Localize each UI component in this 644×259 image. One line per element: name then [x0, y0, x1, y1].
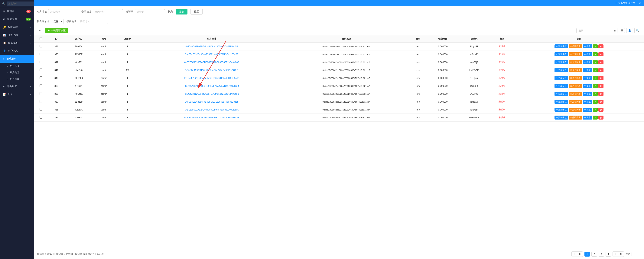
sidebar-item-reports[interactable]: 📋 数据报表 ‹ — [0, 39, 34, 47]
counterparty-link[interactable]: 0x47FaE332Dc98485C8322f48968731Fb6421654… — [185, 53, 238, 56]
row-checkbox[interactable] — [40, 76, 42, 79]
update-balance-btn[interactable]: ✏ 更新余额 — [554, 108, 568, 112]
withdraw-btn[interactable]: ✏ 提取 — [583, 44, 592, 48]
update-balance-btn[interactable]: ✏ 更新余额 — [554, 60, 568, 64]
delete-btn[interactable]: 🗑 — [598, 60, 604, 64]
sidebar-item-general[interactable]: ⚙ 常规管理 new — [0, 15, 34, 23]
sidebar-item-platform[interactable]: ⚙ 平台设置 ‹ — [0, 82, 34, 90]
counterparty-link[interactable]: 0x0195A384B0FB624C0437FA0Aa755160E40a7B0… — [184, 85, 239, 87]
search-button[interactable]: 🔍 — [634, 28, 641, 33]
user-settings-button[interactable]: 👤 — [626, 28, 633, 33]
cell-checkbox[interactable] — [34, 66, 48, 74]
cell-checkbox[interactable] — [34, 98, 48, 106]
cell-counterparty[interactable]: 0xB7F5C1390674DD58d7f949bC035B65F2e3eAe2… — [140, 58, 284, 66]
status-badge[interactable]: 未授权 — [498, 53, 505, 55]
status-badge[interactable]: 未授权 — [498, 92, 505, 95]
status-badge[interactable]: 未授权 — [498, 45, 505, 48]
sync-btn[interactable]: □ 是否同步 — [569, 108, 582, 112]
counterparty-link[interactable]: 0x8Cb23812C3d9e7C69FDA3f4553b219a364A96a… — [185, 93, 239, 95]
cell-counterparty[interactable]: 0x6abD5e06A8bD06F02b624D8171D69d5929a0E8… — [140, 114, 284, 122]
page-4-button[interactable]: 4 — [606, 252, 611, 257]
contract-input[interactable] — [93, 9, 123, 14]
row-checkbox[interactable] — [40, 45, 42, 47]
sync-btn[interactable]: □ 是否同步 — [569, 52, 582, 56]
counterparty-link[interactable]: 0xB133F922AE2F1c6408602b94F31b03c929abE3… — [185, 108, 239, 111]
page-2-button[interactable]: 2 — [592, 252, 597, 257]
cell-counterparty[interactable]: 0xE543F167070274aD5BdF096e9cDdb462D4DE8a… — [140, 74, 284, 82]
sidebar-item-logs[interactable]: 📝 记录 ‹ — [0, 90, 34, 98]
status-badge[interactable]: 未授权 — [498, 77, 505, 79]
sync-btn[interactable]: □ 是否同步 — [569, 44, 582, 48]
flash-select[interactable]: 选择 — [51, 19, 64, 24]
sync-btn[interactable]: □ 是否同步 — [569, 116, 582, 120]
row-checkbox[interactable] — [40, 68, 42, 71]
prev-page-button[interactable]: 上一页 — [572, 252, 583, 257]
sidebar-item-withdraw[interactable]: ○ 用户提现 — [4, 69, 34, 76]
reset-button[interactable]: 重置 — [190, 9, 202, 15]
delete-btn[interactable]: 🗑 — [598, 76, 604, 80]
counterparty-link[interactable]: 0x018FEe16c8c4F7B63fF3EC132858d75dF3bB85… — [185, 100, 238, 103]
cell-status[interactable]: 未授权 — [490, 106, 514, 114]
update-balance-btn[interactable]: ✏ 更新余额 — [554, 68, 568, 72]
row-checkbox[interactable] — [40, 84, 42, 87]
cell-status[interactable]: 未授权 — [490, 66, 514, 74]
update-balance-btn[interactable]: ✏ 更新余额 — [554, 92, 568, 96]
withdraw-btn[interactable]: ✏ 提取 — [583, 108, 592, 112]
cell-counterparty[interactable]: 0xB133F922AE2F1c6408602b94F31b03c929abE3… — [140, 106, 284, 114]
withdraw-btn[interactable]: ✏ 提取 — [583, 76, 592, 80]
cell-counterparty[interactable]: 0x0195A384B0FB624C0437FA0Aa755160E40a7B0… — [140, 82, 284, 90]
delete-btn[interactable]: 🗑 — [598, 52, 604, 56]
cell-status[interactable]: 未授权 — [490, 58, 514, 66]
layout-button[interactable]: ☰ — [619, 28, 625, 33]
sync-btn[interactable]: □ 是否同步 — [569, 84, 582, 88]
update-balance-button[interactable]: ▶ 一键更新余额 — [45, 28, 68, 33]
cell-status[interactable]: 未授权 — [490, 82, 514, 90]
submit-button[interactable]: 提交 — [176, 9, 188, 14]
refresh-button[interactable]: ↻ — [37, 28, 43, 33]
invite-input[interactable] — [135, 9, 165, 14]
counterparty-input[interactable] — [48, 9, 78, 14]
delete-btn[interactable]: 🗑 — [598, 44, 604, 48]
page-3-button[interactable]: 3 — [598, 252, 604, 257]
withdraw-btn[interactable]: ✏ 提取 — [583, 60, 592, 64]
edit-btn[interactable]: ✎ — [593, 84, 598, 88]
delete-btn[interactable]: 🗑 — [598, 68, 604, 72]
next-page-button[interactable]: 下一页 — [612, 252, 624, 257]
update-balance-btn[interactable]: ✏ 更新余额 — [554, 84, 568, 88]
cell-checkbox[interactable] — [34, 82, 48, 90]
edit-btn[interactable]: ✎ — [593, 60, 598, 64]
cell-checkbox[interactable] — [34, 42, 48, 50]
cell-status[interactable]: 未授权 — [490, 74, 514, 82]
cell-counterparty[interactable]: 0x9b8Be1599f8196e2D6EfaC7e27De3e9EfCc24C… — [140, 66, 284, 74]
edit-btn[interactable]: ✎ — [593, 52, 598, 56]
delete-btn[interactable]: 🗑 — [598, 84, 604, 88]
sidebar-item-recharge[interactable]: ○ 用户充值 — [4, 63, 34, 69]
select-all-checkbox[interactable] — [40, 37, 42, 40]
auth-input[interactable] — [78, 19, 108, 24]
counterparty-link[interactable]: 0xE543F167070274aD5BdF096e9cDdb462D4DE8a… — [184, 77, 239, 79]
cell-status[interactable]: 未授权 — [490, 114, 514, 122]
cell-counterparty[interactable]: 0x018FEe16c8c4F7B63fF3EC132858d75dF3bB85… — [140, 98, 284, 106]
delete-btn[interactable]: 🗑 — [598, 100, 604, 104]
status-badge[interactable]: 未授权 — [498, 69, 505, 71]
sync-btn[interactable]: □ 是否同步 — [569, 92, 582, 96]
row-checkbox[interactable] — [40, 116, 42, 119]
cell-status[interactable]: 未授权 — [490, 98, 514, 106]
edit-btn[interactable]: ✎ — [593, 92, 598, 96]
edit-btn[interactable]: ✎ — [593, 116, 598, 120]
sidebar-item-business[interactable]: 📊 业务活动 ‹ — [0, 31, 34, 39]
status-badge[interactable]: 未授权 — [498, 108, 505, 111]
status-badge[interactable]: 未授权 — [498, 116, 505, 119]
cell-counterparty[interactable]: 0x47FaE332Dc98485C8322f48968731Fb6421654… — [140, 50, 284, 58]
sidebar-item-dashboard[interactable]: ⊞ 控制台 hot — [0, 7, 34, 15]
cell-counterparty[interactable]: 0x8Cb23812C3d9e7C69FDA3f4553b219a364A96a… — [140, 90, 284, 98]
counterparty-link[interactable]: 0x6abD5e06A8bD06F02b624D8171D69d5929a0E8… — [184, 116, 239, 119]
counterparty-link[interactable]: 0x9b8Be1599f8196e2D6EfaC7e27De3e9EfCc24C… — [185, 69, 238, 71]
edit-btn[interactable]: ✎ — [593, 44, 598, 48]
row-checkbox[interactable] — [40, 100, 42, 103]
cell-status[interactable]: 未授权 — [490, 50, 514, 58]
cell-checkbox[interactable] — [34, 90, 48, 98]
sync-btn[interactable]: □ 是否同步 — [569, 76, 582, 80]
close-icon[interactable]: ✕ — [639, 2, 641, 5]
edit-btn[interactable]: ✎ — [593, 68, 598, 72]
